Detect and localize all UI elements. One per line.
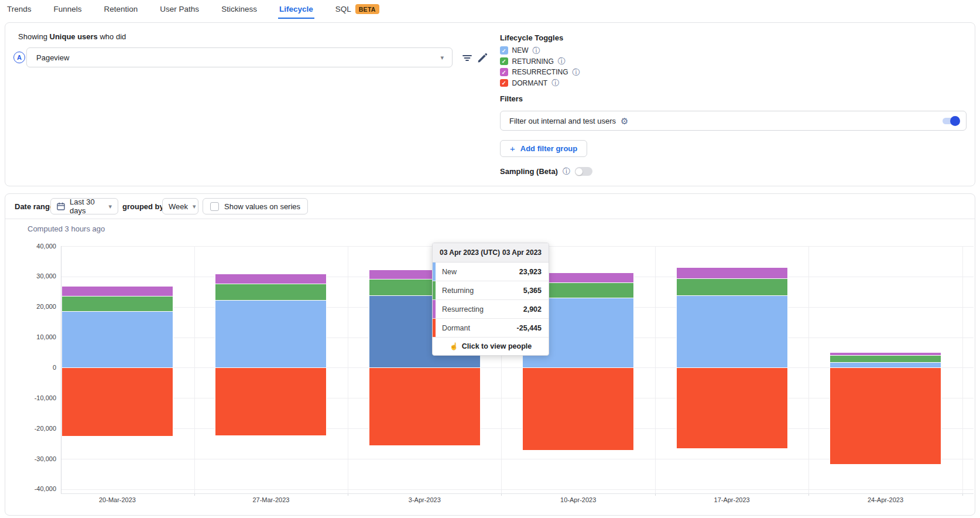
returning-label: RETURNING [512,57,554,66]
bar-segment-dormant[interactable] [523,368,633,450]
toggle-knob [950,116,960,126]
dormant-info-icon[interactable]: ⓘ [551,79,559,87]
series-color-strip [433,319,436,337]
x-axis-tick-label: 10-Apr-2023 [540,496,616,503]
bar-segment-dormant[interactable] [62,368,173,437]
chart-tooltip: 03 Apr 2023 (UTC) 03 Apr 2023 New 23,923… [432,243,549,356]
new-label: NEW [512,46,529,54]
tooltip-row-label: Returning [442,287,523,295]
series-color-strip [433,263,436,281]
resurrecting-checkbox[interactable]: ✓ [500,68,508,76]
toggle-row-resurrecting: ✓ RESURRECTING ⓘ [500,67,580,77]
report-tabs: Trends Funnels Retention User Paths Stic… [6,0,381,19]
toggle-row-returning: ✓ RETURNING ⓘ [500,57,566,66]
x-axis-tick-label: 3-Apr-2023 [386,496,462,503]
edit-pencil-icon[interactable] [477,53,488,63]
x-axis-tick-label: 24-Apr-2023 [848,496,924,503]
tab-lifecycle[interactable]: Lifecycle [278,0,314,19]
tab-trends[interactable]: Trends [6,0,33,19]
lifecycle-report-page: Trends Funnels Retention User Paths Stic… [0,0,980,518]
bar-segment-resurrecting[interactable] [830,353,941,356]
tooltip-header: 03 Apr 2023 (UTC) 03 Apr 2023 [433,243,549,263]
tab-sql[interactable]: SQL BETA [334,0,381,19]
y-axis-tick-label: 40,000 [9,243,56,250]
bar-segment-resurrecting[interactable] [62,287,173,296]
gear-icon[interactable]: ⚙ [621,117,628,125]
filters-title: Filters [500,94,523,103]
tab-sql-label: SQL [335,5,351,13]
tooltip-row-label: Resurrecting [442,305,523,313]
sampling-row: Sampling (Beta) ⓘ [500,167,592,176]
tooltip-view-people-action[interactable]: ☝ Click to view people [433,338,549,355]
bar-segment-resurrecting[interactable] [215,274,326,284]
add-filter-group-button[interactable]: + Add filter group [500,140,587,157]
tooltip-row-new: New 23,923 [433,263,549,281]
bar-segment-new[interactable] [830,362,941,368]
lifecycle-toggles-title: Lifecycle Toggles [500,33,563,42]
internal-users-filter-row[interactable]: Filter out internal and test users ⚙ [500,111,967,131]
bar-segment-returning[interactable] [215,284,326,300]
resurrecting-label: RESURRECTING [512,68,568,76]
returning-checkbox[interactable]: ✓ [500,57,508,66]
bar-segment-new[interactable] [215,300,326,367]
tab-user-paths[interactable]: User Paths [159,0,200,19]
internal-users-filter-label: Filter out internal and test users [509,117,616,125]
series-color-strip [433,281,436,299]
toggle-row-new: ✓ NEW ⓘ [500,46,540,55]
new-info-icon[interactable]: ⓘ [533,47,540,54]
plus-icon: + [510,144,515,154]
showing-line: Showing Unique users who did [18,32,126,41]
beta-badge: BETA [355,4,379,14]
y-axis-tick-label: -10,000 [9,394,56,401]
bar-segment-new[interactable] [677,295,787,368]
bar-segment-dormant[interactable] [369,368,480,445]
y-axis-tick-label: -20,000 [9,425,56,432]
bar-segment-dormant[interactable] [215,368,326,436]
event-select-value: Pageview [36,53,440,62]
chevron-down-icon: ▾ [440,54,444,61]
tooltip-row-value: 5,365 [523,287,542,295]
bar-segment-returning[interactable] [62,296,173,311]
dormant-label: DORMANT [512,79,548,87]
add-filter-group-label: Add filter group [520,144,578,153]
internal-users-filter-toggle[interactable] [943,118,959,124]
x-axis-tick-label: 20-Mar-2023 [80,496,156,503]
chart-panel: Date range Last 30 days ▾ grouped by Wee… [5,193,975,516]
y-axis-tick-label: 10,000 [9,333,56,340]
bar-segment-new[interactable] [62,311,173,367]
tooltip-date-utc: 03 Apr 2023 (UTC) [440,248,500,257]
pointer-hand-icon: ☝ [450,342,458,350]
y-axis-tick-label: 30,000 [9,272,56,280]
tooltip-row-resurrecting: Resurrecting 2,902 [433,300,549,319]
tooltip-row-value: -25,445 [517,324,542,332]
tooltip-footer-label: Click to view people [462,342,532,350]
returning-info-icon[interactable]: ⓘ [558,57,566,65]
showing-suffix: who did [100,32,126,41]
dormant-checkbox[interactable]: ✓ [500,79,508,87]
showing-metric: Unique users [50,32,98,41]
tooltip-row-label: New [442,268,519,276]
sampling-info-icon[interactable]: ⓘ [563,168,570,175]
bar-segment-dormant[interactable] [677,368,787,448]
resurrecting-info-icon[interactable]: ⓘ [573,69,580,76]
filter-event-icon[interactable] [462,53,472,63]
bar-segment-returning[interactable] [677,278,787,295]
tooltip-row-returning: Returning 5,365 [433,281,549,300]
y-axis-tick-label: -40,000 [9,485,56,492]
tab-stickiness[interactable]: Stickiness [220,0,258,19]
new-checkbox[interactable]: ✓ [500,46,508,54]
tooltip-row-dormant: Dormant -25,445 [433,319,549,338]
tab-funnels[interactable]: Funnels [53,0,83,19]
tooltip-row-label: Dormant [442,324,517,332]
toggle-knob [575,168,582,175]
event-select[interactable]: Pageview ▾ [26,47,453,67]
bar-segment-resurrecting[interactable] [677,268,787,278]
y-axis-tick-label: -30,000 [9,455,56,462]
bar-segment-dormant[interactable] [830,368,941,464]
y-axis-tick-label: 20,000 [9,303,56,310]
sampling-toggle[interactable] [575,167,592,176]
series-color-strip [433,300,436,318]
tab-retention[interactable]: Retention [103,0,139,19]
x-axis-tick-label: 17-Apr-2023 [694,496,770,503]
bar-segment-returning[interactable] [830,355,941,362]
